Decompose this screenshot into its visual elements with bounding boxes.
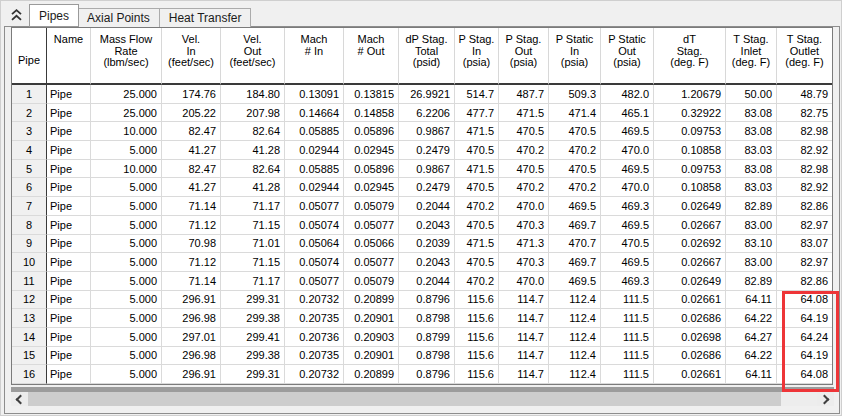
name-cell[interactable]: Pipe: [47, 178, 91, 197]
data-cell[interactable]: 0.13091: [285, 85, 344, 104]
data-cell[interactable]: 0.20903: [344, 328, 399, 347]
data-cell[interactable]: 470.0: [499, 272, 549, 291]
horizontal-scrollbar[interactable]: [11, 392, 834, 406]
data-cell[interactable]: 82.47: [162, 122, 221, 141]
data-cell[interactable]: 112.4: [549, 291, 601, 310]
data-cell[interactable]: 0.13815: [344, 85, 399, 104]
data-cell[interactable]: 471.3: [499, 235, 549, 254]
data-cell[interactable]: 64.19: [777, 309, 832, 328]
row-number-cell[interactable]: 10: [12, 253, 47, 272]
data-cell[interactable]: 82.86: [777, 272, 832, 291]
data-cell[interactable]: 0.09753: [654, 122, 726, 141]
data-cell[interactable]: 0.9867: [399, 160, 455, 179]
data-cell[interactable]: 0.05064: [285, 235, 344, 254]
data-cell[interactable]: 111.5: [601, 328, 654, 347]
name-cell[interactable]: Pipe: [47, 291, 91, 310]
column-header[interactable]: Vel. In (feet/sec): [162, 28, 221, 85]
data-cell[interactable]: 0.02698: [654, 328, 726, 347]
data-cell[interactable]: 64.11: [726, 291, 777, 310]
name-cell[interactable]: Pipe: [47, 253, 91, 272]
data-cell[interactable]: 71.15: [221, 253, 285, 272]
data-cell[interactable]: 82.89: [726, 272, 777, 291]
data-cell[interactable]: 0.20899: [344, 365, 399, 384]
data-cell[interactable]: 470.7: [549, 235, 601, 254]
row-number-cell[interactable]: 13: [12, 309, 47, 328]
data-cell[interactable]: 83.08: [726, 122, 777, 141]
data-cell[interactable]: 114.7: [499, 291, 549, 310]
data-cell[interactable]: 296.98: [162, 309, 221, 328]
data-cell[interactable]: 477.7: [455, 104, 499, 123]
data-cell[interactable]: 0.02944: [285, 141, 344, 160]
column-header[interactable]: Mach # Out: [344, 28, 399, 85]
data-cell[interactable]: 71.14: [162, 197, 221, 216]
data-cell[interactable]: 470.5: [499, 122, 549, 141]
data-cell[interactable]: 114.7: [499, 309, 549, 328]
data-cell[interactable]: 10.000: [91, 122, 162, 141]
data-cell[interactable]: 0.02667: [654, 253, 726, 272]
data-cell[interactable]: 487.7: [499, 85, 549, 104]
data-cell[interactable]: 469.5: [601, 122, 654, 141]
data-cell[interactable]: 0.05074: [285, 216, 344, 235]
data-cell[interactable]: 509.3: [549, 85, 601, 104]
data-cell[interactable]: 514.7: [455, 85, 499, 104]
data-cell[interactable]: 111.5: [601, 291, 654, 310]
data-cell[interactable]: 0.05077: [344, 216, 399, 235]
data-cell[interactable]: 0.14858: [344, 104, 399, 123]
data-cell[interactable]: 5.000: [91, 178, 162, 197]
data-cell[interactable]: 471.5: [455, 122, 499, 141]
data-cell[interactable]: 470.2: [499, 178, 549, 197]
data-cell[interactable]: 0.8799: [399, 328, 455, 347]
data-cell[interactable]: 0.05079: [344, 197, 399, 216]
data-cell[interactable]: 5.000: [91, 347, 162, 366]
data-cell[interactable]: 0.10858: [654, 141, 726, 160]
data-cell[interactable]: 83.03: [726, 141, 777, 160]
data-cell[interactable]: 0.20899: [344, 291, 399, 310]
data-cell[interactable]: 297.01: [162, 328, 221, 347]
data-cell[interactable]: 5.000: [91, 291, 162, 310]
row-number-cell[interactable]: 15: [12, 347, 47, 366]
data-cell[interactable]: 0.20732: [285, 291, 344, 310]
data-cell[interactable]: 41.27: [162, 141, 221, 160]
name-cell[interactable]: Pipe: [47, 365, 91, 384]
data-cell[interactable]: 64.08: [777, 365, 832, 384]
data-cell[interactable]: 470.3: [499, 253, 549, 272]
data-cell[interactable]: 82.92: [777, 141, 832, 160]
row-number-cell[interactable]: 1: [12, 85, 47, 104]
row-number-cell[interactable]: 6: [12, 178, 47, 197]
data-cell[interactable]: 5.000: [91, 253, 162, 272]
data-cell[interactable]: 469.7: [549, 253, 601, 272]
data-cell[interactable]: 41.28: [221, 178, 285, 197]
data-cell[interactable]: 469.5: [601, 253, 654, 272]
data-cell[interactable]: 0.02649: [654, 197, 726, 216]
column-header[interactable]: dT Stag. (deg. F): [654, 28, 726, 85]
data-cell[interactable]: 82.64: [221, 160, 285, 179]
data-cell[interactable]: 482.0: [601, 85, 654, 104]
data-cell[interactable]: 26.9921: [399, 85, 455, 104]
data-cell[interactable]: 71.15: [221, 216, 285, 235]
column-header[interactable]: Name: [47, 28, 91, 85]
data-cell[interactable]: 25.000: [91, 85, 162, 104]
data-cell[interactable]: 469.5: [601, 216, 654, 235]
data-cell[interactable]: 5.000: [91, 309, 162, 328]
data-cell[interactable]: 82.92: [777, 178, 832, 197]
data-cell[interactable]: 470.2: [549, 178, 601, 197]
data-cell[interactable]: 82.75: [777, 104, 832, 123]
column-header[interactable]: Vel. Out (feet/sec): [221, 28, 285, 85]
data-cell[interactable]: 83.00: [726, 216, 777, 235]
row-number-cell[interactable]: 4: [12, 141, 47, 160]
data-cell[interactable]: 83.08: [726, 104, 777, 123]
data-cell[interactable]: 471.5: [455, 235, 499, 254]
scrollbar-left-arrow[interactable]: [11, 392, 28, 406]
name-cell[interactable]: Pipe: [47, 197, 91, 216]
data-cell[interactable]: 82.89: [726, 197, 777, 216]
scrollbar-thumb[interactable]: [28, 392, 781, 406]
data-cell[interactable]: 64.22: [726, 347, 777, 366]
tab-heat-transfer[interactable]: Heat Transfer: [160, 8, 252, 27]
data-cell[interactable]: 471.4: [549, 104, 601, 123]
scrollbar-right-arrow[interactable]: [817, 392, 834, 406]
column-header-pipe[interactable]: Pipe: [12, 28, 47, 85]
data-cell[interactable]: 0.32922: [654, 104, 726, 123]
column-header[interactable]: dP Stag. Total (psid): [399, 28, 455, 85]
data-cell[interactable]: 83.07: [777, 235, 832, 254]
data-cell[interactable]: 470.0: [601, 178, 654, 197]
